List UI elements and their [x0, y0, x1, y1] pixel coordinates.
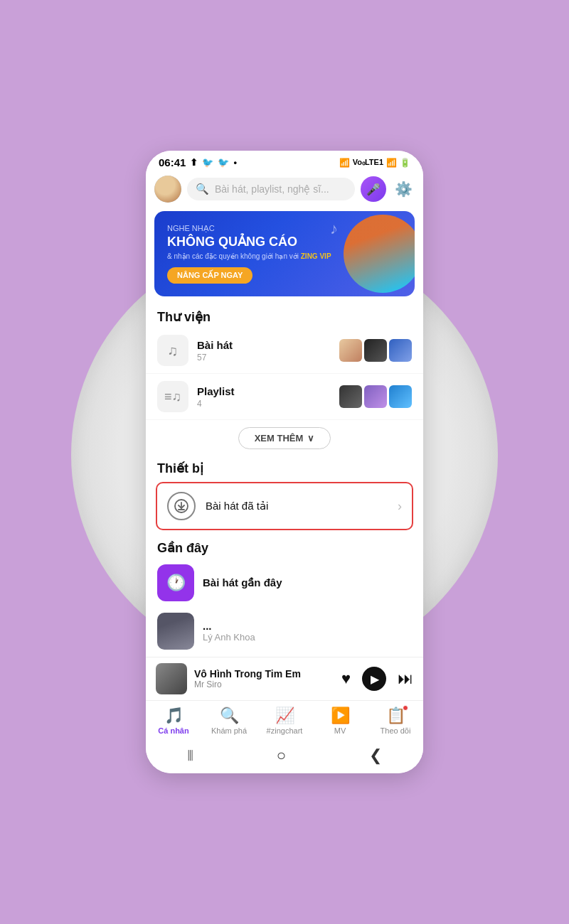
songs-thumbnails — [339, 339, 412, 362]
now-playing-thumb — [156, 663, 187, 694]
volte-icon: Vo₀LTE1 — [353, 158, 383, 167]
recent-artist-item[interactable]: ... Lý Anh Khoa — [146, 607, 423, 655]
banner-sub-text: & nhận các đặc quyền không giới hạn với … — [167, 252, 331, 262]
thumb-2 — [364, 339, 387, 362]
status-time: 06:41 — [159, 156, 186, 168]
zing-vip-label: ZING VIP — [301, 252, 331, 260]
thumb-3 — [389, 339, 412, 362]
thumb-1 — [339, 339, 362, 362]
next-button[interactable]: ⏭ — [398, 670, 413, 688]
nav-zingchart[interactable]: 📈 #zingchart — [257, 705, 312, 736]
status-bar: 06:41 ⬆ 🐦 🐦 • 📶 Vo₀LTE1 📶 🔋 — [146, 151, 423, 171]
songs-info: Bài hát 57 — [197, 339, 331, 362]
twitter-icon-2: 🐦 — [218, 157, 229, 168]
compass-icon: 🔍 — [220, 707, 239, 725]
recent-artist-thumb — [157, 613, 194, 650]
theo-doi-badge-wrap: 📋 — [386, 707, 405, 725]
vip-banner[interactable]: NGHE NHẠC KHÔNG QUẢNG CÁO & nhận các đặc… — [154, 211, 415, 296]
person-icon: 🎵 — [164, 707, 184, 725]
playlist-count: 4 — [197, 399, 331, 409]
search-bar: 🔍 Bài hát, playlist, nghệ sĩ... 🎤 ⚙️ — [146, 171, 423, 208]
gear-icon: ⚙️ — [395, 181, 413, 198]
wifi-icon: 📶 — [339, 158, 350, 168]
nav-ca-nhan[interactable]: 🎵 Cá nhân — [146, 705, 201, 736]
dot-icon: • — [233, 157, 237, 168]
upload-icon: ⬆ — [190, 157, 198, 168]
playlist-note-icon: ≡♫ — [164, 390, 181, 404]
now-playing-bar[interactable]: Vô Hình Trong Tim Em Mr Siro ♥ ▶ ⏭ — [146, 657, 423, 700]
library-songs-row[interactable]: ♫ Bài hát 57 — [146, 328, 423, 374]
songs-icon: ♫ — [157, 335, 188, 366]
bottom-nav: 🎵 Cá nhân 🔍 Khám phá 📈 #zingchart ▶️ MV … — [146, 700, 423, 739]
nav-kham-pha-label: Khám phá — [211, 726, 247, 735]
play-button[interactable]: ▶ — [362, 667, 386, 691]
chevron-down-icon: ∨ — [307, 433, 314, 444]
signal-icon: 📶 — [386, 158, 397, 168]
mic-icon: 🎤 — [366, 183, 381, 196]
recent-songs-icon: 🕐 — [157, 564, 194, 601]
recent-apps-button[interactable]: ⦀ — [187, 746, 193, 765]
banner-title: KHÔNG QUẢNG CÁO — [167, 235, 331, 249]
pl-thumb-2 — [364, 385, 387, 408]
see-more-button[interactable]: XEM THÊM ∨ — [238, 427, 331, 449]
notification-badge — [403, 705, 408, 711]
mv-play-icon: ▶️ — [331, 707, 350, 725]
nav-zingchart-label: #zingchart — [267, 726, 303, 735]
recent-artist-sub: Lý Anh Khoa — [203, 632, 255, 643]
chevron-right-icon: › — [398, 499, 402, 514]
clock-music-icon: 🕐 — [166, 574, 186, 592]
playlist-label: Playlist — [197, 385, 331, 397]
download-icon — [167, 492, 196, 520]
playlist-thumbnails — [339, 385, 412, 408]
heart-button[interactable]: ♥ — [341, 670, 351, 688]
search-placeholder: Bài hát, playlist, nghệ sĩ... — [215, 183, 329, 195]
mic-button[interactable]: 🎤 — [361, 176, 386, 202]
library-section-title: Thư viện — [146, 303, 423, 328]
system-nav: ⦀ ○ ❮ — [146, 739, 423, 773]
downloaded-songs-label: Bài hát đã tải — [206, 500, 388, 512]
play-icon: ▶ — [371, 672, 379, 686]
now-playing-controls: ♥ ▶ ⏭ — [341, 667, 413, 691]
phone-frame: 06:41 ⬆ 🐦 🐦 • 📶 Vo₀LTE1 📶 🔋 🔍 Bài hát, p… — [146, 151, 423, 773]
library-playlist-row[interactable]: ≡♫ Playlist 4 — [146, 374, 423, 420]
search-input-wrap[interactable]: 🔍 Bài hát, playlist, nghệ sĩ... — [187, 178, 355, 200]
nav-mv-label: MV — [334, 726, 346, 735]
chart-icon: 📈 — [275, 707, 294, 725]
recent-songs-label: Bài hát gần đây — [203, 576, 282, 589]
back-button[interactable]: ❮ — [369, 746, 382, 765]
downloaded-songs-row[interactable]: Bài hát đã tải › — [156, 482, 413, 530]
recent-songs-info: Bài hát gần đây — [203, 576, 282, 589]
music-note-icon: ♫ — [168, 343, 179, 359]
songs-label: Bài hát — [197, 339, 331, 351]
songs-count: 57 — [197, 353, 331, 362]
see-more-wrap: XEM THÊM ∨ — [146, 420, 423, 455]
nav-theo-doi-label: Theo dõi — [381, 726, 411, 735]
recent-section-title: Gần đây — [146, 534, 423, 559]
avatar[interactable] — [154, 176, 181, 203]
banner-decoration: ♪ — [322, 211, 415, 296]
settings-button[interactable]: ⚙️ — [392, 178, 415, 200]
nav-kham-pha[interactable]: 🔍 Khám phá — [201, 705, 257, 736]
search-icon: 🔍 — [196, 183, 209, 195]
nav-theo-doi[interactable]: 📋 Theo dõi — [368, 705, 423, 736]
pl-thumb-3 — [389, 385, 412, 408]
pl-thumb-1 — [339, 385, 362, 408]
battery-icon: 🔋 — [400, 158, 410, 168]
twitter-icon: 🐦 — [202, 157, 213, 168]
banner-small-text: NGHE NHẠC — [167, 224, 331, 233]
playlist-icon: ≡♫ — [157, 381, 188, 412]
device-section-title: Thiết bị — [146, 455, 423, 479]
banner-content: NGHE NHẠC KHÔNG QUẢNG CÁO & nhận các đặc… — [167, 224, 331, 284]
now-playing-info: Vô Hình Trong Tim Em Mr Siro — [194, 668, 334, 689]
nav-mv[interactable]: ▶️ MV — [312, 705, 368, 736]
recent-artist-name: ... — [203, 620, 255, 632]
music-note-icon: ♪ — [330, 220, 338, 238]
now-playing-title: Vô Hình Trong Tim Em — [194, 668, 334, 679]
recent-artist-info: ... Lý Anh Khoa — [203, 620, 255, 643]
playlist-info: Playlist 4 — [197, 385, 331, 409]
home-button[interactable]: ○ — [277, 746, 286, 765]
recent-songs-item[interactable]: 🕐 Bài hát gần đây — [146, 559, 423, 607]
upgrade-button[interactable]: NÂNG CẤP NGAY — [167, 267, 252, 284]
now-playing-artist: Mr Siro — [194, 679, 334, 689]
nav-ca-nhan-label: Cá nhân — [158, 726, 188, 735]
